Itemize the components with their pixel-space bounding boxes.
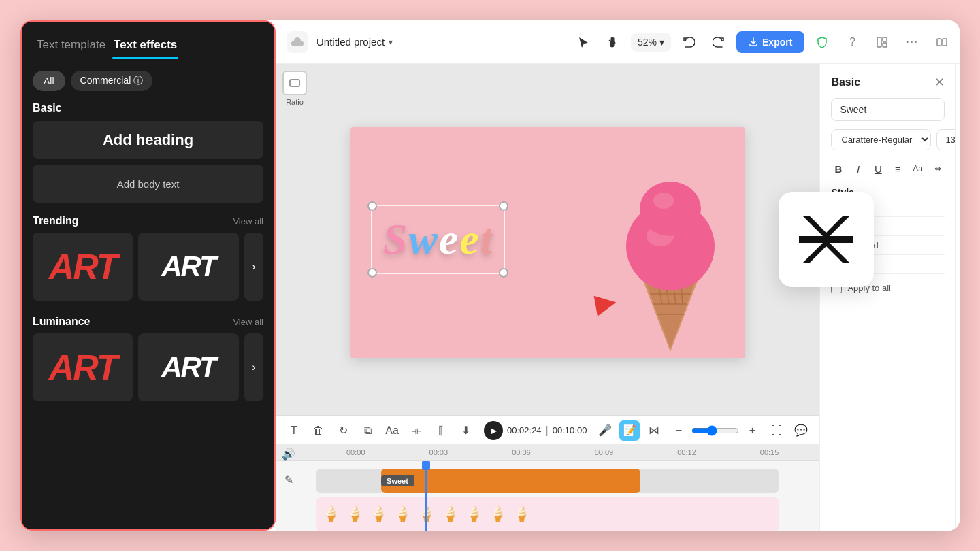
canvas-wrapper[interactable]: Ratio (276, 64, 819, 415)
basic-section-title: Basic (22, 99, 274, 121)
chevron-down-icon: ▾ (389, 37, 393, 47)
underline-btn[interactable]: U (871, 158, 885, 179)
timeline-tracks: Sweet 🍦 🍦 🍦 🍦 🍦 � (276, 465, 819, 531)
spacing-btn[interactable]: ⇔ (930, 158, 945, 179)
video-canvas[interactable]: S w e e t ▶ (350, 127, 745, 358)
help-btn[interactable]: ? (840, 30, 864, 54)
playhead (425, 461, 427, 531)
case-btn[interactable]: Aa (911, 158, 925, 179)
props-close-btn[interactable]: ✕ (934, 75, 945, 90)
luminance-art-text-2: ART (161, 351, 216, 384)
sweet-word-display: S w e e t (383, 214, 493, 265)
ruler-mark-3: 00:09 (595, 448, 614, 456)
copy-tool-btn[interactable]: ⧉ (357, 420, 378, 441)
thumb-4: 🍦 (393, 505, 412, 523)
captions-btn[interactable]: 📝 (619, 420, 640, 441)
luminance-art-text-1: ART (49, 347, 117, 388)
add-body-card[interactable]: Add body text (33, 165, 263, 203)
handle-tr (499, 201, 508, 211)
mic-btn[interactable]: 🎤 (595, 420, 615, 441)
luminance-row: Luminance View all (22, 309, 274, 333)
layout-btn[interactable] (870, 30, 894, 54)
trending-title: Trending (33, 215, 79, 227)
ruler-mark-1: 00:03 (429, 448, 448, 456)
trending-next-btn[interactable]: › (244, 233, 263, 301)
zoom-out-btn[interactable]: − (668, 420, 689, 441)
letter-s: S (383, 214, 408, 265)
layout-icon (876, 36, 888, 48)
filter-commercial[interactable]: Commercial ⓘ (71, 71, 153, 91)
delete-tool-btn[interactable]: 🗑 (308, 420, 329, 441)
trending-grid: ART ART › (22, 233, 274, 301)
canvas-section: Ratio (276, 64, 819, 531)
image-track[interactable]: 🍦 🍦 🍦 🍦 🍦 🍦 🍦 🍦 🍦 (316, 497, 779, 531)
timeline-ruler: 00:00 00:03 00:06 00:09 00:12 00:15 (276, 444, 819, 461)
chevron-down-icon-zoom: ▾ (659, 37, 664, 48)
redo-btn[interactable] (706, 30, 731, 54)
italic-btn[interactable]: I (851, 158, 866, 179)
shield-btn[interactable] (810, 30, 834, 54)
ratio-tool[interactable]: Ratio (282, 71, 307, 106)
luminance-next-btn[interactable]: › (244, 333, 263, 401)
thumb-7: 🍦 (465, 505, 483, 523)
props-header: Basic ✕ (831, 75, 945, 90)
ice-cream-illustration (589, 141, 745, 358)
hand-tool-btn[interactable] (601, 30, 625, 54)
ruler-mark-5: 00:15 (760, 448, 779, 456)
volume-btn[interactable]: 🔊 (278, 444, 299, 464)
bold-btn[interactable]: B (831, 158, 845, 179)
play-btn[interactable]: ▶ (484, 421, 503, 440)
sweet-track[interactable]: Sweet (316, 469, 779, 493)
sweet-text-element[interactable]: S w e e t (371, 205, 505, 274)
undo-btn[interactable] (676, 30, 701, 54)
cursor-tool-btn[interactable] (571, 30, 595, 54)
zoom-range-input[interactable] (691, 425, 739, 436)
luminance-card-1[interactable]: ART (33, 333, 133, 401)
split-view-btn[interactable] (930, 30, 954, 54)
svg-point-17 (640, 182, 701, 236)
track-left-controls: 🔊 ✎ (278, 444, 299, 490)
luminance-view-all[interactable]: View all (233, 317, 263, 327)
svg-rect-4 (943, 39, 947, 46)
download-tool-btn[interactable]: ⬇ (455, 420, 476, 441)
split-tool-btn[interactable]: ⟛ (406, 420, 427, 441)
sweet-clip[interactable]: Sweet (381, 469, 640, 493)
loop-tool-btn[interactable]: ↻ (333, 420, 353, 441)
content-area: Ratio (276, 64, 960, 531)
thumb-2: 🍦 (346, 505, 364, 523)
font-row: Carattere-Regular 13 (831, 129, 945, 150)
track-btn[interactable]: ⋈ (644, 420, 664, 441)
text2-tool-btn[interactable]: Aa (382, 420, 402, 441)
project-name[interactable]: Untitled project ▾ (316, 36, 393, 48)
handle-br (499, 268, 508, 278)
add-heading-card[interactable]: Add heading (33, 121, 263, 159)
align-btn[interactable]: ≡ (891, 158, 905, 179)
time-current: 00:02:24 (507, 425, 542, 435)
comment-btn[interactable]: 💬 (791, 420, 811, 441)
clip-label: Sweet (381, 475, 414, 486)
fullscreen-btn[interactable]: ⛶ (766, 420, 787, 441)
timeline-toolbar: T 🗑 ↻ ⧉ Aa ⟛ ⟦ ⬇ ▶ 00:02:24 | 00:10:00 (276, 416, 819, 444)
trending-card-1[interactable]: ART (33, 233, 133, 301)
trending-view-all[interactable]: View all (233, 216, 263, 227)
text-content-input[interactable] (831, 98, 945, 121)
help-icon: ? (849, 36, 855, 48)
svg-rect-2 (883, 43, 887, 47)
right-icon-bar: ⊞ Presets T Basic 🔊 Text to speech (956, 64, 960, 531)
zoom-in-btn[interactable]: + (742, 420, 762, 441)
text-tool-btn[interactable]: T (284, 420, 304, 441)
luminance-card-2[interactable]: ART (138, 333, 238, 401)
filter-all[interactable]: All (33, 71, 65, 91)
trending-card-2[interactable]: ART (138, 233, 238, 301)
zoom-control[interactable]: 52% ▾ (631, 33, 671, 52)
trim-tool-btn[interactable]: ⟦ (431, 420, 451, 441)
time-separator: | (546, 424, 549, 437)
more-btn[interactable]: ··· (900, 30, 924, 54)
tab-text-template[interactable]: Text template (35, 35, 107, 59)
edit-track-btn[interactable]: ✎ (278, 469, 299, 490)
export-btn[interactable]: Export (736, 31, 804, 53)
ruler-mark-2: 00:06 (512, 448, 531, 456)
tab-text-effects[interactable]: Text effects (112, 35, 178, 59)
header: Untitled project ▾ 52% ▾ (276, 20, 960, 64)
font-family-select[interactable]: Carattere-Regular (831, 129, 931, 150)
